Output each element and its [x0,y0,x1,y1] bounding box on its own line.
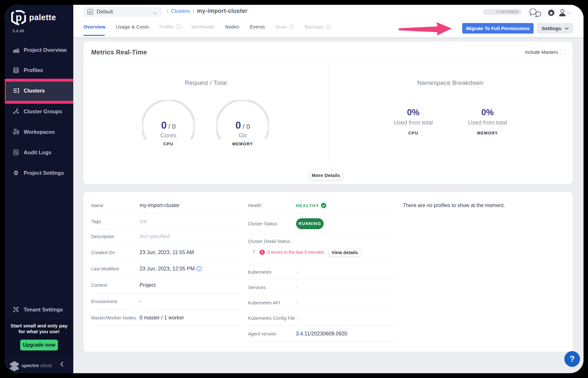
svg-text:i: i [198,267,199,271]
svg-text:p: p [16,12,22,23]
svg-text:★: ★ [549,10,553,16]
